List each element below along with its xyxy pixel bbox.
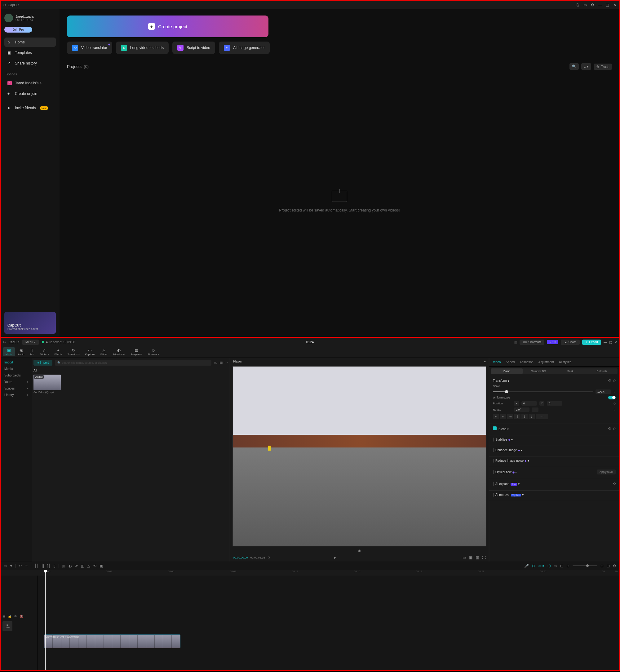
preview-icon[interactable]: ▭ [554, 564, 557, 568]
apply-to-all-button[interactable]: Apply to all [597, 470, 616, 475]
mirror-icon[interactable]: ◐ [68, 564, 71, 568]
side-media[interactable]: Media [2, 366, 31, 372]
auto-cutout-icon[interactable]: ⟨⟩ [532, 564, 535, 568]
ratio-icon[interactable]: ▣ [469, 556, 472, 560]
tool-icon[interactable]: ▣ [62, 564, 65, 568]
align-bottom-icon[interactable]: ⤓ [528, 414, 535, 419]
tab-captions[interactable]: ▭Captions [83, 347, 98, 356]
media-clip[interactable]: Added Car Video (4).mp4 [34, 375, 61, 393]
expand-time-icon[interactable]: ⟨⟩ [267, 556, 270, 559]
search-projects-button[interactable]: 🔍 [569, 63, 579, 70]
subtab-mask[interactable]: Mask [554, 369, 586, 374]
align-right-icon[interactable]: ⇥ [507, 414, 513, 419]
playhead[interactable] [45, 570, 46, 670]
side-yours[interactable]: Yours› [2, 379, 31, 385]
import-button[interactable]: ● Import [34, 360, 52, 366]
uniform-toggle[interactable] [608, 396, 616, 399]
position-y-input[interactable]: 0 [547, 401, 562, 405]
keyframe-icon[interactable]: ◇ [613, 378, 616, 383]
subtab-remove-bg[interactable]: Remove BG [523, 369, 554, 374]
pro-button[interactable]: ♦ Pro [547, 340, 558, 344]
tab-adjustment[interactable]: ◐Adjustment [110, 347, 128, 356]
tab-animation[interactable]: Animation [520, 361, 533, 364]
layout-icon[interactable]: ▤ [514, 340, 517, 344]
keyframe-icon[interactable]: ◇ [614, 408, 616, 411]
space-item[interactable]: J Jared Ingalls's s... [4, 79, 56, 88]
mute-icon[interactable]: 🔇 [19, 615, 23, 618]
keyframe-icon[interactable]: ◇ [614, 402, 616, 405]
undo-icon[interactable]: ↶ [18, 564, 22, 568]
tab-stickers[interactable]: ☆Stickers [38, 347, 51, 356]
blend-checkbox[interactable] [493, 426, 497, 430]
quick-ai-image[interactable]: ✦ AI image generator [219, 42, 270, 54]
optical-checkbox[interactable] [493, 470, 494, 474]
chevron-down-icon[interactable]: ▾ [528, 459, 529, 462]
menu-button[interactable]: Menu ▾ [22, 340, 39, 345]
split-icon[interactable]: ⎮⎮ [35, 564, 38, 568]
rotate-input[interactable]: 0.0° [514, 407, 529, 412]
tab-text[interactable]: TText [27, 347, 37, 356]
subtab-basic[interactable]: Basic [491, 369, 523, 374]
export-button[interactable]: ⇧Export [582, 340, 601, 345]
fit-icon[interactable]: ⊡ [607, 564, 610, 568]
compare-icon[interactable]: ▭ [463, 556, 466, 560]
magnet-icon[interactable]: ⊂⊃ [538, 564, 545, 568]
chevron-down-icon[interactable]: ▾ [518, 482, 520, 486]
tab-templates[interactable]: ▦Templates [128, 347, 145, 356]
rotate-icon[interactable]: ⟳ [75, 564, 78, 568]
chevron-up-icon[interactable]: ▴ [508, 379, 509, 382]
reset-icon[interactable]: ⟲ [608, 426, 611, 431]
align-center-h-icon[interactable]: ⇔ [500, 414, 506, 419]
ai-expand-checkbox[interactable] [493, 482, 494, 486]
player-menu-icon[interactable]: ≡ [484, 360, 486, 363]
zoom-slider[interactable] [573, 565, 598, 566]
sort-button[interactable]: ≡▾ [581, 63, 591, 70]
chevron-down-icon[interactable]: ▾ [522, 493, 524, 496]
side-subprojects[interactable]: Subprojects [2, 372, 31, 379]
cut-left-icon[interactable]: ⎮[ [41, 564, 44, 568]
tab-media[interactable]: ▣Media [3, 347, 15, 356]
chevron-down-icon[interactable]: ▾ [507, 427, 509, 431]
track-toggle-icon[interactable]: ⊡ [560, 564, 563, 568]
timeline-settings-icon[interactable]: ⚙ [613, 564, 616, 568]
cue-icon[interactable]: ◉ [358, 549, 361, 552]
zoom-in-icon[interactable]: ⊕ [601, 564, 604, 568]
create-project-button[interactable]: + Create project [67, 15, 268, 37]
tab-filters[interactable]: △Filters [98, 347, 110, 356]
cover-button[interactable]: ▣ Cover [2, 621, 12, 631]
noise-checkbox[interactable] [493, 459, 494, 463]
align-left-icon[interactable]: ⇤ [493, 414, 499, 419]
delete-icon[interactable]: ▯ [53, 564, 55, 568]
scale-value[interactable]: 100% [596, 389, 611, 394]
invite-friends[interactable]: ➤ Invite friends New [4, 103, 56, 112]
reset-icon[interactable]: ⟲ [613, 482, 616, 486]
trash-button[interactable]: 🗑Trash [593, 63, 612, 70]
enhance-checkbox[interactable] [493, 448, 494, 452]
maximize-icon[interactable]: ▢ [605, 3, 610, 7]
all-tab[interactable]: All [34, 368, 228, 373]
maximize-icon[interactable]: ▢ [609, 340, 612, 344]
create-or-join[interactable]: + Create or join [4, 89, 56, 98]
settings-icon[interactable]: ⚙ [590, 3, 595, 7]
reverse-icon[interactable]: ⟲ [93, 564, 96, 568]
link-icon[interactable]: ⬡ [548, 564, 551, 568]
select-tool-icon[interactable]: ▭ [4, 564, 7, 568]
promo-card[interactable]: CapCut Professional video editor [4, 312, 56, 334]
grid-icon[interactable]: ▦ [219, 361, 222, 365]
zoom-out-icon[interactable]: ⊖ [566, 564, 569, 568]
tab-adjustment[interactable]: Adjustment [538, 361, 554, 364]
bell-icon[interactable]: ▭ [583, 3, 587, 7]
keyframe-icon[interactable]: ◇ [613, 426, 616, 431]
eye-icon[interactable]: 👁 [14, 615, 17, 618]
timeline-ruler[interactable]: 00:00 00:03 00:06 00:09 00:12 00:15 00:1… [1, 570, 619, 576]
play-button[interactable]: ▶ [334, 556, 337, 559]
chevron-down-icon[interactable]: ▾ [10, 564, 12, 568]
nav-share-history[interactable]: ↗ Share history [4, 59, 56, 68]
tab-transitions[interactable]: ⟳Transitions [65, 347, 82, 356]
mic-icon[interactable]: 🎤 [524, 564, 529, 568]
nav-templates[interactable]: ▣ Templates [4, 48, 56, 57]
close-icon[interactable]: ✕ [613, 3, 617, 7]
crop-icon[interactable]: ◫ [81, 564, 84, 568]
shortcuts-button[interactable]: ⌨Shortcuts [520, 340, 545, 345]
scale-slider[interactable] [493, 391, 593, 392]
